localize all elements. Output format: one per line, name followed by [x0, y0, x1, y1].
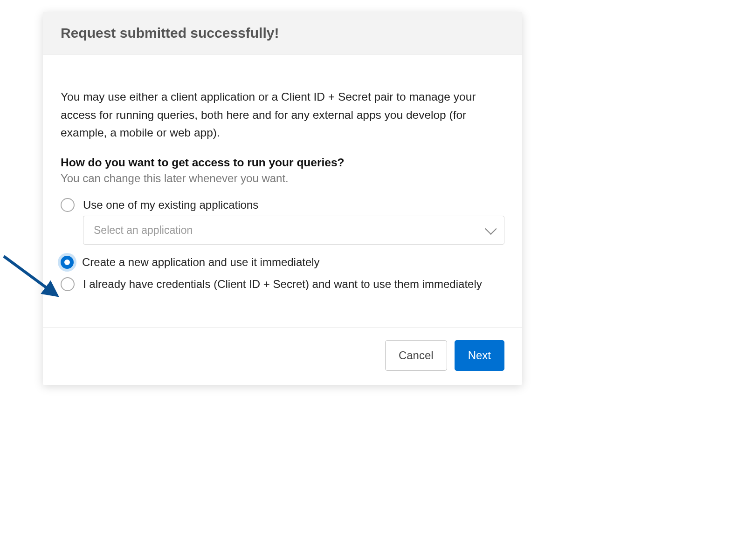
- question-sublabel: You can change this later whenever you w…: [61, 172, 504, 185]
- success-modal: Request submitted successfully! You may …: [43, 12, 522, 385]
- radio-have-credentials-label[interactable]: I already have credentials (Client ID + …: [83, 278, 482, 291]
- modal-title: Request submitted successfully!: [61, 25, 504, 41]
- option-create-new-row: Create a new application and use it imme…: [61, 256, 504, 269]
- application-select-placeholder: Select an application: [94, 224, 193, 237]
- application-select[interactable]: Select an application: [83, 216, 504, 245]
- radio-have-credentials[interactable]: [61, 277, 75, 291]
- modal-footer: Cancel Next: [43, 328, 522, 385]
- application-select-wrapper: Select an application: [83, 216, 504, 245]
- radio-create-new-label[interactable]: Create a new application and use it imme…: [82, 256, 320, 269]
- radio-existing[interactable]: [61, 198, 75, 212]
- radio-existing-label[interactable]: Use one of my existing applications: [83, 198, 258, 212]
- option-existing-row: Use one of my existing applications: [61, 198, 504, 212]
- question-label: How do you want to get access to run you…: [61, 156, 504, 169]
- modal-body: You may use either a client application …: [43, 55, 522, 328]
- radio-create-new[interactable]: [61, 256, 74, 269]
- modal-header: Request submitted successfully!: [43, 12, 522, 55]
- option-have-credentials-row: I already have credentials (Client ID + …: [61, 277, 504, 291]
- intro-text: You may use either a client application …: [61, 88, 504, 142]
- chevron-down-icon: [485, 223, 497, 235]
- cancel-button[interactable]: Cancel: [385, 340, 447, 371]
- next-button[interactable]: Next: [455, 340, 504, 371]
